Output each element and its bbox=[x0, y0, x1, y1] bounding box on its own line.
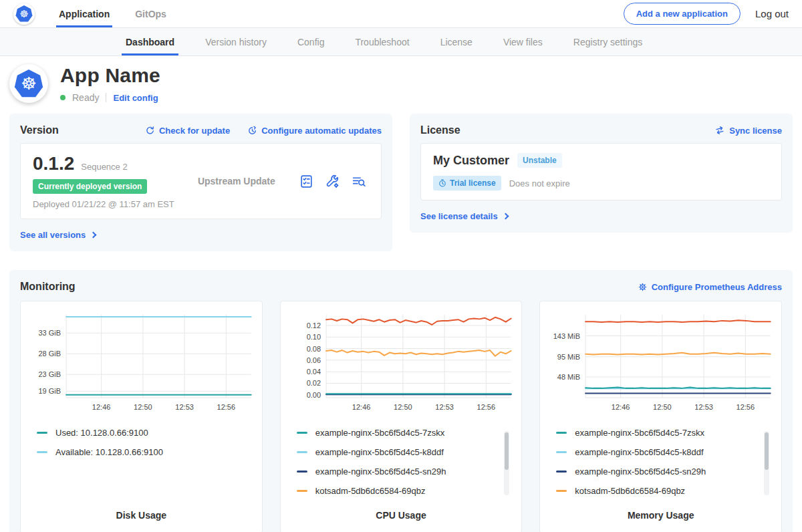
logout-button[interactable]: Log out bbox=[755, 8, 789, 19]
tab-registry-settings-label: Registry settings bbox=[573, 37, 642, 47]
disk-usage-legend: Used: 10.128.0.66:9100Available: 10.128.… bbox=[37, 423, 251, 502]
svg-text:12:46: 12:46 bbox=[92, 403, 111, 411]
disk-usage-chart-card: 12:4612:5012:5312:5633 GiB28 GiB23 GiB19… bbox=[20, 301, 263, 532]
legend-label: kotsadm-5db6dc6584-69qbz bbox=[315, 486, 426, 496]
tab-application[interactable]: Application bbox=[59, 0, 110, 27]
app-avatar: ☸ bbox=[9, 64, 48, 103]
legend-swatch bbox=[37, 451, 47, 453]
tab-gitops[interactable]: GitOps bbox=[135, 0, 166, 27]
svg-text:12:53: 12:53 bbox=[695, 403, 714, 411]
see-license-details-link[interactable]: See license details bbox=[420, 211, 508, 221]
tab-version-history-label: Version history bbox=[205, 37, 267, 47]
check-for-update-link[interactable]: Check for update bbox=[145, 126, 230, 136]
memory-usage-legend: example-nginx-5bc6f5d4c5-7zskxexample-ng… bbox=[556, 423, 771, 502]
legend-item: example-nginx-5bc6f5d4c5-7zskx bbox=[556, 423, 771, 442]
add-application-button[interactable]: Add a new application bbox=[624, 3, 741, 25]
svg-text:0.10: 0.10 bbox=[306, 333, 320, 341]
trial-license-label: Trial license bbox=[450, 178, 496, 188]
tab-troubleshoot[interactable]: Troubleshoot bbox=[355, 28, 409, 55]
see-all-versions-label: See all versions bbox=[20, 230, 86, 240]
svg-text:12:56: 12:56 bbox=[477, 403, 495, 411]
legend-label: example-nginx-5bc6f5d4c5-k8ddf bbox=[315, 447, 444, 457]
svg-text:48 MiB: 48 MiB bbox=[557, 373, 580, 381]
legend-swatch bbox=[297, 490, 307, 492]
legend-item: example-nginx-5bc6f5d4c5-k8ddf bbox=[556, 442, 771, 462]
memory-usage-chart: 12:4612:5012:5312:56143 MiB95 MiB48 MiB bbox=[547, 308, 775, 416]
version-card: Version Check for update Configure autom… bbox=[9, 114, 392, 251]
currently-deployed-badge: Currently deployed version bbox=[33, 179, 147, 194]
app-header: ☸ App Name Ready Edit config bbox=[0, 56, 802, 110]
config-wrench-icon[interactable] bbox=[325, 174, 340, 189]
customer-name: My Customer bbox=[433, 154, 509, 168]
version-number: 0.1.2 bbox=[33, 153, 74, 174]
tab-view-files[interactable]: View files bbox=[503, 28, 543, 55]
sync-license-link[interactable]: Sync license bbox=[714, 125, 782, 136]
svg-text:12:46: 12:46 bbox=[612, 403, 630, 411]
tab-application-label: Application bbox=[59, 9, 110, 19]
memory-usage-chart-card: 12:4612:5012:5312:56143 MiB95 MiB48 MiB … bbox=[539, 301, 782, 532]
deployed-timestamp: Deployed 01/21/22 @ 11:57 am EST bbox=[33, 199, 198, 209]
sync-icon bbox=[714, 125, 725, 136]
edit-config-link[interactable]: Edit config bbox=[113, 93, 158, 103]
legend-swatch bbox=[556, 432, 567, 434]
legend-item: kotsadm-5db6dc6584-69qbz bbox=[556, 481, 771, 501]
divider bbox=[106, 93, 106, 102]
upstream-update-label: Upstream Update bbox=[198, 176, 299, 186]
legend-item: example-nginx-5bc6f5d4c5-sn29h bbox=[297, 462, 511, 481]
tab-version-history[interactable]: Version history bbox=[205, 28, 267, 55]
license-card-title: License bbox=[420, 124, 460, 136]
svg-text:12:56: 12:56 bbox=[737, 403, 755, 411]
kubernetes-wheel-icon: ☸ bbox=[14, 69, 43, 98]
app-sub-nav: Dashboard Version history Config Trouble… bbox=[0, 28, 802, 56]
tab-view-files-label: View files bbox=[503, 37, 543, 47]
configure-automatic-updates-link[interactable]: Configure automatic updates bbox=[247, 126, 382, 136]
svg-text:0.12: 0.12 bbox=[306, 321, 320, 329]
tab-dashboard[interactable]: Dashboard bbox=[126, 28, 174, 55]
svg-text:12:53: 12:53 bbox=[175, 403, 194, 411]
configure-prometheus-label: Configure Prometheus Address bbox=[652, 282, 782, 292]
sync-license-label: Sync license bbox=[729, 126, 782, 136]
kubernetes-logo: ☸ bbox=[13, 3, 35, 25]
tab-troubleshoot-label: Troubleshoot bbox=[355, 37, 409, 47]
deploy-logs-icon[interactable] bbox=[351, 174, 366, 189]
monitoring-section: Monitoring Configure Prometheus Address … bbox=[9, 270, 793, 532]
see-all-versions-link[interactable]: See all versions bbox=[20, 230, 96, 240]
chevron-right-icon bbox=[90, 232, 97, 239]
svg-text:19 GiB: 19 GiB bbox=[38, 387, 61, 395]
svg-text:12:50: 12:50 bbox=[653, 403, 672, 411]
svg-text:0.06: 0.06 bbox=[306, 356, 320, 364]
sequence-label: Sequence 2 bbox=[81, 162, 127, 172]
legend-scrollbar bbox=[504, 431, 509, 495]
release-notes-icon[interactable] bbox=[299, 174, 314, 189]
legend-label: example-nginx-5bc6f5d4c5-7zskx bbox=[575, 428, 704, 438]
legend-label: Available: 10.128.0.66:9100 bbox=[55, 447, 163, 457]
disk-usage-chart: 12:4612:5012:5312:5633 GiB28 GiB23 GiB19… bbox=[27, 308, 255, 416]
legend-label: example-nginx-5bc6f5d4c5-k8ddf bbox=[575, 447, 703, 457]
legend-scrollbar-thumb[interactable] bbox=[505, 432, 509, 470]
edit-config-label: Edit config bbox=[113, 93, 158, 103]
legend-scrollbar-thumb[interactable] bbox=[765, 432, 769, 470]
configure-prometheus-link[interactable]: Configure Prometheus Address bbox=[638, 282, 782, 292]
memory-usage-title: Memory Usage bbox=[547, 510, 775, 521]
legend-label: kotsadm-5db6dc6584-69qbz bbox=[575, 486, 685, 496]
svg-text:95 MiB: 95 MiB bbox=[557, 353, 580, 361]
legend-swatch bbox=[297, 451, 307, 453]
tab-registry-settings[interactable]: Registry settings bbox=[573, 28, 642, 55]
see-license-details-label: See license details bbox=[420, 211, 498, 221]
svg-text:0.00: 0.00 bbox=[306, 391, 320, 399]
tab-license[interactable]: License bbox=[440, 28, 473, 55]
legend-swatch bbox=[297, 471, 307, 473]
gear-icon bbox=[638, 282, 648, 292]
legend-label: example-nginx-5bc6f5d4c5-sn29h bbox=[315, 467, 446, 477]
tab-config[interactable]: Config bbox=[297, 28, 324, 55]
top-nav: ☸ Application GitOps Add a new applicati… bbox=[0, 0, 802, 28]
cpu-usage-chart-card: 12:4612:5012:5312:560.120.100.080.060.04… bbox=[280, 301, 523, 532]
cpu-usage-title: CPU Usage bbox=[287, 510, 515, 521]
legend-item: example-nginx-5bc6f5d4c5-sn29h bbox=[556, 462, 771, 481]
svg-text:0.02: 0.02 bbox=[306, 379, 320, 387]
kubernetes-wheel-icon: ☸ bbox=[15, 5, 33, 23]
cpu-usage-chart: 12:4612:5012:5312:560.120.100.080.060.04… bbox=[287, 308, 515, 416]
svg-text:0.08: 0.08 bbox=[306, 345, 320, 353]
ready-status-label: Ready bbox=[72, 92, 99, 103]
configure-automatic-updates-label: Configure automatic updates bbox=[261, 126, 382, 136]
